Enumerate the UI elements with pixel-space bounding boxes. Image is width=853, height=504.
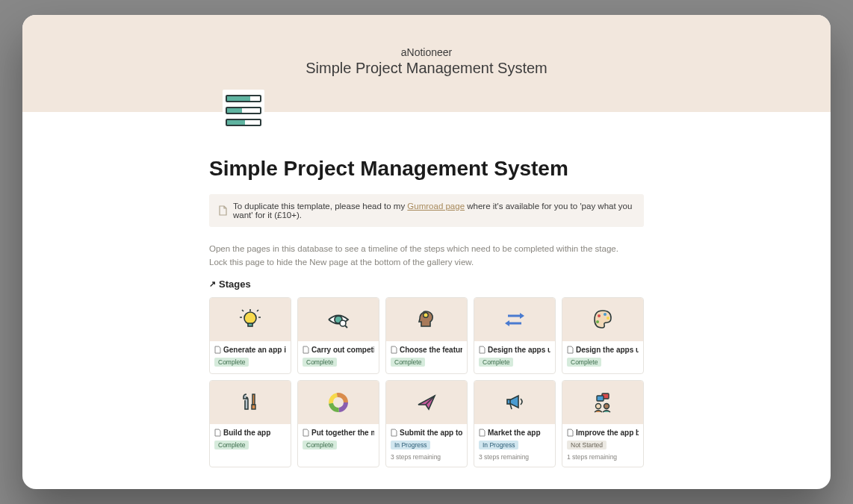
- cover-text: aNotioneer Simple Project Management Sys…: [22, 46, 831, 77]
- head-idea-icon: [414, 307, 439, 332]
- svg-point-0: [244, 312, 256, 324]
- page-icon: [303, 429, 309, 437]
- card-title-text: Design the apps use...: [576, 346, 639, 354]
- steps-remaining: 3 steps remaining: [391, 453, 462, 461]
- page-icon: [479, 429, 486, 437]
- svg-line-9: [345, 326, 347, 328]
- card-title-text: Carry out competitiv...: [311, 346, 374, 354]
- stage-card[interactable]: Build the app Complete: [209, 380, 291, 467]
- card-cover: [562, 381, 643, 424]
- page-icon: [391, 346, 397, 354]
- card-title: Improve the app bas...: [567, 429, 639, 437]
- card-title-text: Design the apps use...: [488, 346, 550, 354]
- card-title-text: Build the app: [223, 429, 270, 437]
- description-block: Open the pages in this database to see a…: [209, 242, 644, 270]
- description-line-2: Lock this page to hide the New page at t…: [209, 255, 644, 269]
- card-cover: [386, 381, 467, 424]
- svg-rect-25: [507, 399, 510, 404]
- card-title: Generate an app idea: [214, 346, 286, 354]
- svg-rect-1: [248, 323, 252, 326]
- arrows-exchange-icon: [502, 307, 527, 332]
- callout-text: To duplicate this template, please head …: [233, 202, 635, 220]
- status-badge: Not Started: [567, 441, 607, 449]
- card-title: Submit the app to th...: [391, 429, 462, 437]
- svg-point-8: [340, 320, 346, 326]
- svg-point-17: [596, 320, 599, 323]
- page-icon: [214, 429, 221, 437]
- stage-card[interactable]: Design the apps use... Complete: [562, 297, 644, 374]
- svg-rect-28: [597, 396, 604, 401]
- palette-icon: [590, 307, 615, 332]
- status-badge: Complete: [214, 358, 249, 367]
- card-cover: [474, 381, 555, 424]
- card-title-text: Put together the ma...: [311, 429, 374, 437]
- status-badge: Complete: [214, 441, 249, 449]
- svg-point-10: [424, 313, 428, 317]
- page-cover: aNotioneer Simple Project Management Sys…: [22, 15, 831, 112]
- donut-chart-icon: [326, 390, 351, 415]
- stage-card[interactable]: Choose the features... Complete: [385, 297, 468, 374]
- svg-point-15: [598, 314, 601, 317]
- svg-rect-20: [252, 405, 255, 409]
- lightbulb-icon: [238, 307, 263, 332]
- link-arrow-icon: ↗: [209, 279, 216, 289]
- status-badge: In Progress: [479, 441, 518, 449]
- page-icon: [218, 205, 227, 216]
- notion-window: aNotioneer Simple Project Management Sys…: [22, 15, 831, 489]
- card-title: Market the app: [479, 429, 550, 437]
- page-icon: [567, 346, 574, 354]
- card-title: Carry out competitiv...: [303, 346, 374, 354]
- card-cover: [298, 298, 379, 341]
- card-cover: [298, 381, 379, 424]
- stage-card[interactable]: Submit the app to th... In Progress 3 st…: [385, 380, 468, 467]
- paper-plane-icon: [414, 390, 439, 415]
- svg-point-18: [607, 317, 609, 320]
- page-content: Simple Project Management System To dupl…: [209, 112, 644, 467]
- stages-gallery: Generate an app idea Complete: [209, 297, 644, 467]
- callout-block: To duplicate this template, please head …: [209, 194, 644, 227]
- stage-card[interactable]: Generate an app idea Complete: [209, 297, 291, 374]
- svg-rect-19: [252, 394, 255, 405]
- svg-point-16: [604, 313, 607, 316]
- stage-card[interactable]: Design the apps use... Complete: [474, 297, 556, 374]
- stage-card[interactable]: Improve the app bas... Not Started 1 ste…: [562, 380, 644, 467]
- card-title-text: Market the app: [488, 429, 541, 437]
- people-chat-icon: [590, 390, 615, 415]
- steps-remaining: 3 steps remaining: [479, 453, 550, 461]
- page-icon: [303, 346, 309, 354]
- card-title-text: Submit the app to th...: [400, 429, 462, 437]
- card-title-text: Improve the app bas...: [576, 429, 639, 437]
- card-title: Put together the ma...: [303, 429, 374, 437]
- stage-card[interactable]: Put together the ma... Complete: [297, 380, 379, 467]
- progress-bars-icon: [223, 90, 264, 131]
- svg-marker-12: [520, 313, 524, 319]
- stage-card[interactable]: Market the app In Progress 3 steps remai…: [474, 380, 556, 467]
- status-badge: Complete: [303, 441, 337, 449]
- steps-remaining: 1 steps remaining: [567, 453, 639, 461]
- card-title-text: Generate an app idea: [223, 346, 286, 354]
- page-icon: [567, 429, 574, 437]
- card-title: Build the app: [214, 429, 286, 437]
- stages-view-link[interactable]: ↗ Stages: [209, 279, 644, 290]
- page-icon: [214, 346, 221, 354]
- svg-marker-14: [505, 320, 509, 326]
- card-cover: [210, 381, 291, 424]
- card-title: Design the apps use...: [567, 346, 639, 354]
- svg-point-30: [604, 403, 609, 408]
- card-cover: [474, 298, 555, 341]
- svg-point-29: [596, 403, 601, 408]
- stage-card[interactable]: Carry out competitiv... Complete: [297, 297, 379, 374]
- status-badge: Complete: [567, 358, 601, 367]
- description-line-1: Open the pages in this database to see a…: [209, 242, 644, 255]
- megaphone-icon: [502, 390, 527, 415]
- card-cover: [210, 298, 291, 341]
- page-icon: [479, 346, 486, 354]
- status-badge: Complete: [391, 358, 425, 367]
- svg-line-5: [242, 310, 244, 311]
- gumroad-link[interactable]: Gumroad page: [407, 202, 465, 211]
- callout-prefix: To duplicate this template, please head …: [233, 202, 407, 211]
- card-title: Choose the features...: [391, 346, 462, 354]
- svg-line-6: [257, 310, 258, 311]
- card-title-text: Choose the features...: [400, 346, 462, 354]
- eye-magnifier-icon: [326, 307, 351, 332]
